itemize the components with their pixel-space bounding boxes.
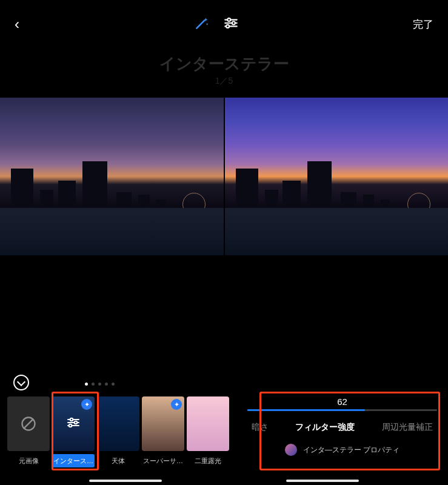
svg-point-3	[232, 22, 235, 25]
filter-label: インタース…	[52, 454, 95, 467]
filter-supersat[interactable]: ✦ スーパーサ…	[142, 396, 184, 474]
filter-thumbnail: ✦	[142, 396, 184, 451]
filter-label: スーパーサ…	[142, 454, 184, 467]
filter-interstellar[interactable]: ✦ インタース…	[52, 396, 95, 474]
filter-original[interactable]: 元画像	[7, 396, 50, 474]
collapse-button[interactable]	[13, 375, 29, 390]
property-label: インタ―ステラー プロパティ	[303, 445, 400, 455]
filter-title: インターステラー	[0, 53, 448, 75]
home-indicator	[89, 480, 162, 482]
done-button[interactable]: 完了	[413, 18, 433, 32]
filter-thumbnail	[187, 396, 229, 451]
filter-label: 天体	[97, 454, 139, 467]
slider-value: 62	[244, 396, 441, 409]
tab-filter-strength[interactable]: フィルター強度	[295, 422, 355, 433]
svg-line-7	[24, 419, 33, 429]
preview-comparison[interactable]	[0, 98, 448, 255]
svg-point-5	[226, 25, 229, 28]
preview-after	[225, 98, 449, 255]
filter-properties-button[interactable]: インタ―ステラー プロパティ	[244, 444, 441, 456]
svg-point-13	[69, 424, 72, 427]
premium-badge-icon: ✦	[81, 399, 92, 410]
strength-slider[interactable]	[247, 409, 437, 411]
filter-label: 二重露光	[187, 454, 229, 467]
back-button[interactable]: ‹	[15, 16, 19, 33]
no-filter-icon	[7, 396, 50, 451]
page-dots	[85, 383, 115, 386]
filter-astro[interactable]: 天体	[97, 396, 139, 474]
filter-label: 元画像	[7, 454, 50, 467]
filter-double-exposure[interactable]: 二重露光	[187, 396, 229, 474]
adjustments-icon[interactable]	[223, 15, 239, 33]
adjust-icon	[66, 415, 81, 432]
tab-darkness[interactable]: 暗さ	[252, 422, 269, 433]
filter-strip[interactable]: 元画像 ✦ インタース… 天体 ✦ ス	[7, 396, 229, 474]
svg-point-9	[70, 418, 73, 421]
filter-counter: 1／5	[0, 76, 448, 87]
tab-vignette[interactable]: 周辺光量補正	[382, 422, 433, 433]
filter-thumbnail	[97, 396, 139, 451]
slider-fill	[247, 409, 365, 411]
preview-before	[0, 98, 224, 255]
home-indicator	[286, 480, 359, 482]
property-thumb-icon	[285, 444, 297, 456]
magic-wand-icon[interactable]	[194, 15, 210, 33]
svg-point-1	[227, 18, 230, 21]
premium-badge-icon: ✦	[171, 399, 182, 410]
svg-point-11	[75, 421, 78, 424]
filter-thumbnail: ✦	[52, 396, 95, 451]
